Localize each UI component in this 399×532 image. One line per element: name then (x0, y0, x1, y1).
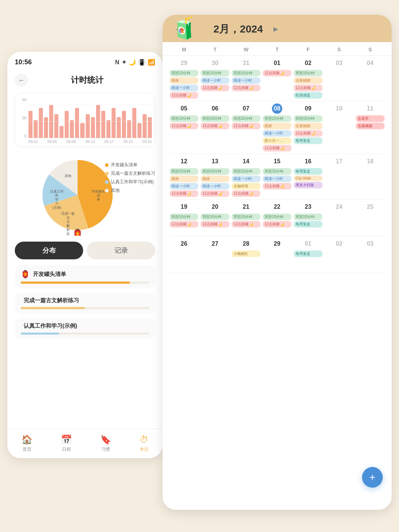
cal-day[interactable]: 17 (324, 154, 355, 200)
cal-day[interactable]: 02 (324, 236, 355, 273)
cal-day[interactable]: 14冥想10分钟阅读一小时去咖啡馆12点前睡🌙 (231, 154, 262, 200)
cal-event[interactable]: 小梅婚礼 (232, 250, 260, 257)
cal-day[interactable]: 23冥想10分钟每周复盘 (293, 200, 324, 236)
cal-day[interactable]: 31冥想10分钟阅读一小时12点前睡🌙 (231, 56, 262, 101)
cal-event[interactable]: 去接姥姥 (294, 77, 323, 84)
cal-day[interactable]: 12冥想10分钟跳操阅读一小时12点前睡🌙 (168, 154, 200, 200)
cal-event[interactable]: 12点前睡🌙 (201, 85, 229, 91)
cal-day[interactable]: 15冥想10分钟阅读一小时12点前睡🌙 (262, 154, 293, 200)
cal-event[interactable]: 冥想10分钟 (170, 214, 198, 220)
cal-event[interactable]: 12点前睡🌙 (294, 85, 323, 91)
cal-event[interactable]: 周末大扫除 (294, 182, 323, 188)
task-item[interactable]: 完成一篇古文解析练习 (15, 293, 155, 314)
cal-day[interactable]: 03 (355, 236, 386, 273)
cal-event[interactable]: 12点前睡🌙 (232, 85, 260, 91)
cal-day[interactable]: 16每周复盘City Walk周末大扫除 (293, 154, 324, 200)
cal-day[interactable]: 22冥想10分钟12点前睡🌙 (262, 200, 293, 236)
cal-event[interactable]: 冥想10分钟 (201, 214, 229, 220)
cal-event[interactable]: 去咖啡馆 (232, 183, 260, 190)
cal-event[interactable]: 12点前睡🌙 (232, 190, 260, 197)
cal-event[interactable]: 阅读一小时 (201, 77, 229, 84)
cal-event[interactable]: 12点前睡🌙 (294, 130, 323, 137)
cal-day[interactable]: 0112点前睡🌙 (262, 56, 293, 101)
cal-event[interactable]: 跳操 (170, 175, 198, 182)
cal-event[interactable]: 12点前睡🌙 (201, 190, 229, 197)
nav-item-专注[interactable]: ⏱专注 (140, 434, 149, 453)
cal-event[interactable]: 每周复盘 (294, 250, 323, 257)
cal-event[interactable]: 冥想10分钟 (170, 115, 198, 122)
cal-event[interactable]: 冥想10分钟 (232, 70, 260, 76)
cal-event[interactable]: 12点前睡🌙 (263, 183, 291, 190)
back-button[interactable]: ← (15, 74, 28, 87)
cal-event[interactable]: 阅读一小时 (232, 77, 260, 84)
cal-event[interactable]: 冥想10分钟 (294, 115, 323, 122)
cal-event[interactable]: 跳操 (201, 175, 229, 182)
cal-event[interactable]: 去接姥姥 (356, 123, 385, 129)
cal-day[interactable]: 06冥想10分钟12点前睡🌙 (200, 101, 231, 154)
cal-event[interactable]: 冥想10分钟 (201, 115, 229, 122)
cal-event[interactable]: 阅读一小时 (263, 175, 291, 182)
cal-event[interactable]: 冥想10分钟 (232, 214, 260, 220)
cal-day[interactable]: 29 (262, 236, 293, 273)
cal-event[interactable]: 冥想10分钟 (263, 115, 291, 122)
cal-event[interactable]: 跳操 (170, 77, 198, 84)
cal-event[interactable]: 松弛感盘 (294, 92, 323, 99)
tab-distribute[interactable]: 分布 (15, 242, 83, 259)
cal-event[interactable]: 12点前睡🌙 (170, 221, 198, 228)
cal-day[interactable]: 19冥想10分钟12点前睡🌙 (168, 200, 200, 236)
cal-event[interactable]: 每周复盘 (294, 221, 323, 228)
cal-event[interactable]: 去接姥姥 (294, 123, 323, 129)
cal-event[interactable]: 冥想10分钟 (232, 115, 260, 122)
nav-item-首页[interactable]: 🏠首页 (21, 434, 33, 453)
cal-event[interactable]: 12点前睡🌙 (263, 70, 291, 76)
cal-day[interactable]: 25 (355, 200, 386, 236)
cal-day[interactable]: 04 (355, 56, 386, 101)
cal-day[interactable]: 24 (324, 200, 355, 236)
cal-day[interactable]: 02冥想10分钟去接姥姥12点前睡🌙松弛感盘 (293, 56, 324, 101)
cal-day[interactable]: 13冥想10分钟跳操阅读一小时12点前睡🌙 (200, 154, 231, 200)
cal-event[interactable]: 冥想10分钟 (170, 70, 198, 76)
cal-event[interactable]: 12点前睡🌙 (263, 145, 291, 151)
cal-day[interactable]: 07冥想10分钟12点前睡🌙 (231, 101, 262, 154)
cal-day[interactable]: 18 (355, 154, 386, 200)
tab-record[interactable]: 记录 (87, 242, 155, 259)
cal-day[interactable]: 27 (200, 236, 231, 273)
cal-day[interactable]: 05冥想10分钟12点前睡🌙 (168, 101, 200, 154)
cal-event[interactable]: 阅读一小时 (201, 183, 229, 190)
cal-event[interactable]: 12点前睡🌙 (201, 221, 229, 228)
cal-event[interactable]: 冥想10分钟 (201, 168, 229, 175)
cal-event[interactable]: 冥想10分钟 (263, 168, 291, 175)
cal-event[interactable]: 每周复盘 (294, 137, 323, 144)
cal-event[interactable]: 12点前睡🌙 (232, 123, 260, 129)
cal-event[interactable]: 冥想10分钟 (294, 214, 323, 220)
cal-event[interactable]: 冥想10分钟 (294, 70, 323, 76)
cal-event[interactable]: 阅读一小时 (232, 175, 260, 182)
cal-event[interactable]: 12点前睡🌙 (263, 221, 291, 228)
cal-event[interactable]: 冥想10分钟 (170, 168, 198, 175)
cal-event[interactable]: 阅读一小时 (263, 130, 291, 137)
cal-day[interactable]: 03 (324, 56, 355, 101)
task-item[interactable]: 🏮 开发罐头清单 (15, 265, 155, 288)
cal-event[interactable]: 跟小豆一… (263, 137, 291, 144)
nav-item-习惯[interactable]: 🔖习惯 (100, 434, 111, 453)
cal-event[interactable]: 冥想10分钟 (201, 70, 229, 76)
cal-day[interactable]: 26 (168, 236, 200, 273)
cal-event[interactable]: 每周复盘 (294, 168, 323, 175)
cal-day[interactable]: 28小梅婚礼 (231, 236, 262, 273)
cal-event[interactable]: 冥想10分钟 (263, 214, 291, 220)
cal-event[interactable]: City Walk (294, 175, 323, 181)
cal-event[interactable]: 12点前睡🌙 (170, 190, 198, 197)
cal-event[interactable]: 12点前睡🌙 (170, 92, 198, 99)
cal-event[interactable]: 去花市 (356, 115, 385, 122)
cal-event[interactable]: 12点前睡🌙 (170, 123, 198, 129)
cal-day[interactable]: 11去花市去接姥姥 (355, 101, 386, 154)
cal-event[interactable]: 12点前睡🌙 (232, 221, 260, 228)
cal-event[interactable]: 阅读一小时 (170, 183, 198, 190)
cal-day[interactable]: 30冥想10分钟阅读一小时12点前睡🌙 (200, 56, 231, 101)
cal-day[interactable]: 29冥想10分钟跳操阅读一小时12点前睡🌙 (168, 56, 200, 101)
cal-day[interactable]: 08冥想10分钟跳操阅读一小时跟小豆一…12点前睡🌙 (262, 101, 293, 154)
cal-day[interactable]: 20冥想10分钟12点前睡🌙 (200, 200, 231, 236)
cal-day[interactable]: 10 (324, 101, 355, 154)
task-item[interactable]: 认真工作和学习(示例) (15, 318, 155, 339)
cal-event[interactable]: 阅读一小时 (170, 85, 198, 91)
